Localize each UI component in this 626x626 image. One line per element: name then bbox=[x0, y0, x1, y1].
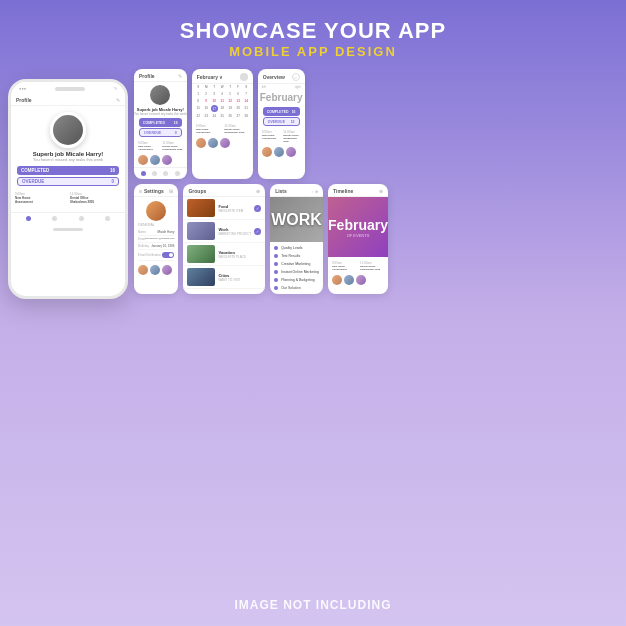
phone-btn1-label: COMPLETED bbox=[21, 168, 49, 173]
screen-overview: Overview ○ leftright February COMPLETED … bbox=[258, 69, 305, 179]
phone-btn2-label: OVERDUE bbox=[22, 179, 44, 184]
header: SHOWCASE YOUR APP MOBILE APP DESIGN bbox=[0, 0, 626, 69]
screen-settings: Settings ⊞ GENERAL Name Micale Harry Ema… bbox=[134, 184, 178, 294]
screen-timeline: Timeline ⊕ February OF EVENTS 9:00amNew … bbox=[328, 184, 388, 294]
screen-profile: Profile ✎ Superb job Micale Harry! You h… bbox=[134, 69, 187, 179]
main-subtitle: MOBILE APP DESIGN bbox=[0, 44, 626, 59]
screen-groups: Groups ⊕ Food FAVOURITE ITEM ✓ Work MARK… bbox=[183, 184, 265, 294]
bottom-label: IMAGE NOT INCLUDING bbox=[0, 588, 626, 626]
phone-mockup: ●●● ✎ Profile ✎ Superb job Micale Harry!… bbox=[8, 79, 128, 299]
screen-lists: Lists ↑ ⊕ WORK Quality Leads bbox=[270, 184, 323, 294]
phone-sub: You haven't missed any tasks this week bbox=[11, 157, 125, 162]
screen-calendar: February ∨ S M T W T F S 1 2 3 4 5 6 bbox=[192, 69, 253, 179]
phone-btn1-val: 16 bbox=[110, 168, 115, 173]
main-title: SHOWCASE YOUR APP bbox=[0, 18, 626, 44]
phone-btn2-val: 0 bbox=[111, 179, 114, 184]
